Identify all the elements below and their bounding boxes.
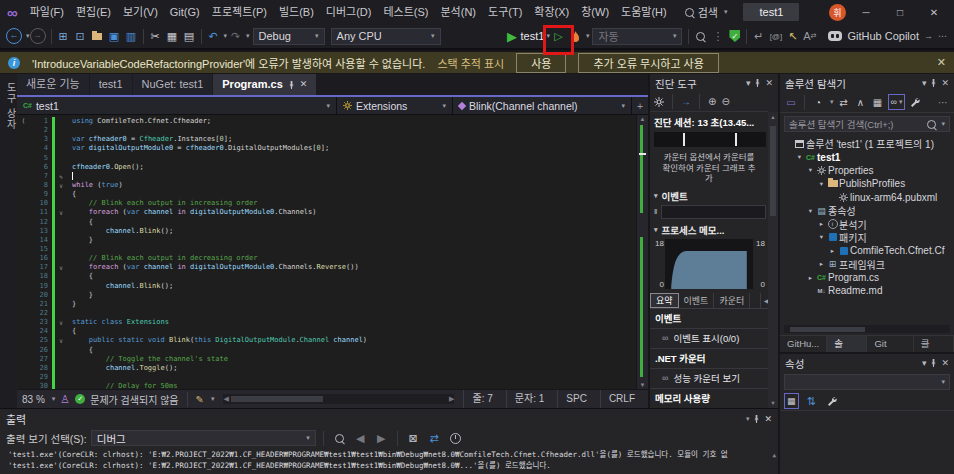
show-all-files-icon[interactable]: ▦ (871, 94, 885, 110)
chevron-down-icon[interactable]: ▾ (922, 78, 927, 88)
code-cleanup-icon[interactable]: ✎ (196, 394, 204, 405)
doc-tab[interactable]: NuGet: test1 (133, 74, 213, 95)
close-window-button[interactable]: ✕ (920, 7, 948, 18)
chevron-collapsed-icon[interactable]: ▸ (817, 260, 826, 268)
code-line[interactable]: 16 // Blink each output in decreasing or… (17, 254, 636, 263)
code-line[interactable]: 5 (17, 154, 636, 163)
maximize-button[interactable]: □ (886, 7, 914, 18)
close-icon[interactable]: ✕ (765, 78, 773, 88)
line-ending-indicator[interactable]: CRLF (600, 390, 643, 408)
close-icon[interactable]: ✕ (764, 414, 772, 424)
chevron-expanded-icon[interactable]: ▾ (817, 180, 826, 188)
paste-button[interactable]: ▤ (181, 27, 198, 45)
session-timeline-ruler[interactable] (654, 132, 766, 147)
code-line[interactable]: 28 channel.Toggle(); (17, 364, 636, 373)
menu-item[interactable]: 창(W) (575, 6, 615, 18)
navigate-back-icon[interactable]: ← (6, 28, 22, 44)
github-copilot-button[interactable]: GitHub Copilot → ⋯ (828, 30, 947, 42)
panel-tab[interactable]: Git 변... (867, 336, 913, 352)
close-icon[interactable]: ✕ (300, 74, 308, 95)
alphabetical-sort-button[interactable]: ⇅ (803, 392, 820, 410)
start-debugging-button[interactable]: ▶ (504, 27, 521, 45)
panel-tab[interactable]: GitHu... (780, 336, 827, 352)
scroll-down-icon[interactable]: ▼ (637, 382, 648, 388)
close-icon[interactable]: ✕ (941, 78, 949, 88)
start-debug-target-label[interactable]: test1 (521, 30, 545, 42)
panel-tab[interactable]: 솔루... (827, 336, 867, 352)
code-line[interactable]: 9{ (17, 190, 636, 199)
pin-icon[interactable] (753, 415, 760, 423)
diagnostics-tab[interactable]: 카운터 (714, 293, 750, 308)
solution-configuration-combo[interactable]: Debug▾ (253, 28, 325, 45)
add-item-button[interactable]: ⊡ (72, 27, 89, 45)
chevron-expanded-icon[interactable]: ▾ (806, 207, 815, 215)
menu-item[interactable]: 프로젝트(P) (206, 6, 273, 18)
copy-button[interactable]: ▦ (164, 27, 181, 45)
diagnostics-tab[interactable]: 요약 (650, 293, 679, 308)
toolbar-options-icon[interactable]: ⋮ (709, 27, 726, 45)
undo-button[interactable]: ↶ (205, 27, 222, 45)
editor-vertical-scrollbar[interactable]: ▲ ▼ (636, 115, 648, 389)
events-section-header[interactable]: ▾ 이벤트 (650, 186, 768, 204)
chevron-collapsed-icon[interactable]: ▸ (828, 247, 837, 255)
code-line[interactable]: 8∨while (true) (17, 181, 636, 190)
tree-item-pubxml[interactable]: linux-arm64.pubxml (780, 191, 954, 204)
scroll-down-icon[interactable]: ▼ (768, 400, 778, 406)
tree-item-markdown[interactable]: M↓Readme.md (780, 284, 954, 297)
zoom-in-icon[interactable]: ⊕ (708, 96, 716, 107)
tree-item-package[interactable]: ▸ComfileTech.Cfnet.Cf (780, 244, 954, 257)
code-line[interactable]: 4var digitalOutputModule0 = cfheader0.Di… (17, 144, 636, 153)
tree-item-csfile[interactable]: ▸C#Program.cs (780, 271, 954, 284)
menu-item[interactable]: 도구(T) (482, 6, 528, 18)
menu-item[interactable]: 도움말(H) (615, 6, 673, 18)
pending-changes-filter-icon[interactable]: ◔ (811, 94, 825, 110)
doc-tab[interactable]: Program.cs✕ (213, 74, 316, 95)
code-line[interactable]: 10 // Blink each output in increasing or… (17, 199, 636, 208)
scroll-up-icon[interactable]: ▲ (637, 116, 648, 122)
code-line[interactable]: 23∨static class Extensions (17, 318, 636, 327)
doc-tab[interactable]: 새로운 기능 (17, 74, 89, 95)
chevron-expanded-icon[interactable]: ▾ (817, 233, 826, 241)
enable-button[interactable]: 사용 (516, 53, 566, 73)
code-lines[interactable]: (1using ComfileTech.Cfnet.Cfheader;23var… (17, 115, 636, 389)
categorized-view-button[interactable]: ▦ (784, 393, 799, 409)
track-active-item-toggle[interactable]: ∞ ▾ (888, 94, 906, 110)
previous-message-icon[interactable]: ◀ (352, 429, 369, 447)
export-icon[interactable]: → (681, 96, 691, 107)
new-project-button[interactable]: ⊞ (55, 27, 72, 45)
find-message-icon[interactable] (331, 429, 348, 447)
code-line[interactable]: 22 (17, 309, 636, 318)
tree-item-framework[interactable]: ▸⊞프레임워크 (780, 258, 954, 271)
menu-item[interactable]: 보기(V) (117, 6, 164, 18)
fold-collapse-icon[interactable]: ∨ (55, 181, 67, 190)
tree-item-csproj[interactable]: ▾C#test1 (780, 150, 954, 163)
time-icon[interactable] (447, 429, 464, 447)
clear-all-icon[interactable]: ⊠ (405, 429, 422, 447)
pin-icon[interactable] (930, 359, 937, 367)
chevron-collapsed-icon[interactable]: ▸ (806, 274, 815, 282)
space-mode-indicator[interactable]: SPC (557, 390, 595, 408)
tree-item-folder[interactable]: ▾PublishProfiles (780, 177, 954, 190)
tree-item-analyzer[interactable]: ▸i분석기 (780, 217, 954, 230)
menu-item[interactable]: 확장(X) (528, 6, 575, 18)
solution-explorer-search[interactable]: 솔루션 탐색기 검색(Ctrl+;) ▾ (784, 116, 950, 132)
scroll-left-icon[interactable]: ◀ (223, 395, 228, 403)
navigate-forward-icon[interactable]: → (30, 28, 46, 44)
tree-item-package[interactable]: ▾패키지 (780, 231, 954, 244)
code-line[interactable]: 17∨ foreach (var channel in digitalOutpu… (17, 263, 636, 272)
code-line[interactable]: (1using ComfileTech.Cfnet.Cfheader; (17, 117, 636, 126)
diagnostics-scrollbar[interactable]: ▲ ▼ (768, 112, 778, 408)
minimize-button[interactable]: ─ (852, 7, 880, 18)
switch-views-icon[interactable]: ▭ (784, 94, 798, 110)
pointer-icon[interactable]: ↖ (784, 27, 801, 45)
property-pages-button[interactable] (824, 392, 841, 410)
comment-button[interactable]: ↵ (750, 27, 767, 45)
tree-item-properties[interactable]: ▾Properties (780, 164, 954, 177)
code-line[interactable]: 24{ (17, 327, 636, 336)
panel-tab[interactable]: 클래... (914, 336, 954, 352)
scrollbar-thumb[interactable] (790, 327, 865, 332)
word-wrap-icon[interactable]: ⇄ (426, 429, 443, 447)
next-message-icon[interactable]: ▶ (373, 429, 390, 447)
code-line[interactable]: 13 channel.Blink(); (17, 227, 636, 236)
process-memory-section-header[interactable]: ▾ 프로세스 메모... (650, 220, 768, 238)
